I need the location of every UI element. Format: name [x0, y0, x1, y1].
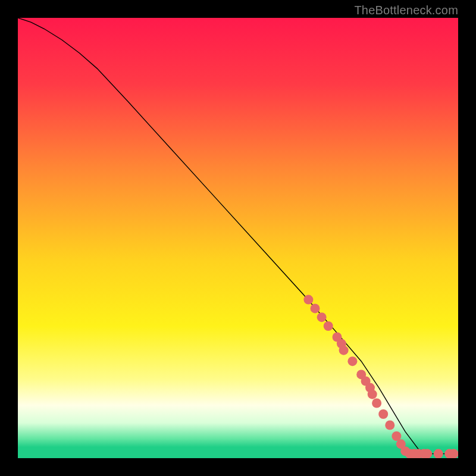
- chart-frame: [18, 18, 458, 458]
- sample-point: [303, 295, 313, 305]
- sample-point: [372, 399, 381, 408]
- chart-background: [18, 18, 458, 458]
- watermark-text: TheBottleneck.com: [354, 4, 458, 17]
- sample-point: [339, 346, 349, 355]
- sample-point: [347, 356, 357, 366]
- sample-point: [434, 449, 443, 458]
- sample-point: [311, 303, 320, 313]
- sample-point: [378, 409, 388, 419]
- sample-point: [317, 312, 327, 322]
- sample-point: [422, 449, 432, 458]
- sample-point: [324, 321, 333, 331]
- sample-point: [385, 421, 394, 430]
- chart-svg: [18, 18, 458, 458]
- sample-point: [368, 390, 377, 399]
